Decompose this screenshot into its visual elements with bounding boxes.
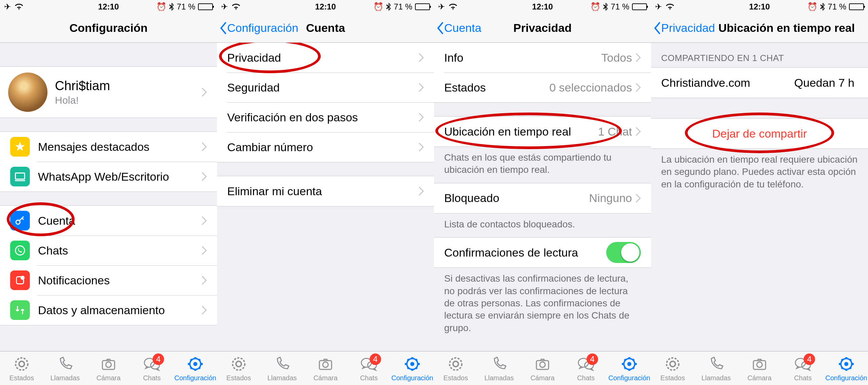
chevron-right-icon — [418, 83, 424, 92]
bluetooth-icon — [820, 3, 825, 11]
battery-percent: 71 % — [177, 2, 195, 12]
footer-blocked: Lista de contactos bloqueados. — [434, 214, 651, 237]
tab-configuracion[interactable]: Configuración — [608, 351, 651, 385]
screen-ubicacion-tiempo-real: ✈ 12:10 ⏰71 % Privacidad Ubicación en ti… — [651, 0, 868, 385]
content: COMPARTIENDO EN 1 CHAT Christiandve.com … — [651, 43, 868, 351]
row-two-step[interactable]: Verificación en dos pasos — [217, 102, 434, 132]
svg-point-2 — [16, 220, 20, 224]
row-account[interactable]: Cuenta — [0, 206, 217, 236]
row-label: Seguridad — [227, 81, 418, 94]
key-icon — [10, 211, 30, 230]
tab-configuracion[interactable]: Configuración — [391, 351, 434, 385]
tab-camara[interactable]: Cámara — [304, 351, 347, 385]
alarm-icon: ⏰ — [156, 2, 166, 12]
row-label: Bloqueado — [444, 191, 589, 205]
footer-live-location: Chats en los que estás compartiendo tu u… — [434, 147, 651, 183]
tab-chats[interactable]: 4Chats — [130, 351, 174, 385]
row-data-storage[interactable]: Datos y almacenamiento — [0, 295, 217, 325]
row-blocked[interactable]: Bloqueado Ninguno — [434, 183, 651, 213]
tab-configuracion[interactable]: Configuración — [825, 351, 868, 385]
chevron-right-icon — [418, 142, 424, 152]
tab-chats[interactable]: 4Chats — [347, 351, 391, 385]
chat-name: Christiandve.com — [661, 76, 794, 89]
row-read-receipts[interactable]: Confirmaciones de lectura — [434, 238, 651, 267]
row-value: 1 Chat — [598, 125, 632, 138]
battery-icon — [198, 3, 213, 10]
navbar: Privacidad Ubicación en tiempo real — [651, 14, 868, 43]
tab-llamadas[interactable]: Llamadas — [477, 351, 521, 385]
tab-chats[interactable]: 4Chats — [781, 351, 825, 385]
row-notifications[interactable]: Notificaciones — [0, 265, 217, 295]
content: Privacidad Seguridad Verificación en dos… — [217, 43, 434, 351]
row-label: Privacidad — [227, 51, 418, 64]
content: Chri$tiam Hola! Mensajes destacados What… — [0, 43, 217, 351]
toggle-read-receipts[interactable] — [606, 242, 641, 263]
tab-estados[interactable]: Estados — [651, 351, 694, 385]
svg-point-23 — [453, 361, 458, 367]
tab-estados[interactable]: Estados — [434, 351, 477, 385]
chevron-right-icon — [418, 53, 424, 62]
screen-privacidad: ✈ 12:10 ⏰71 % Cuenta Privacidad Info Tod… — [434, 0, 651, 385]
tab-camara[interactable]: Cámara — [521, 351, 564, 385]
chevron-right-icon — [201, 305, 207, 315]
stop-sharing-button[interactable]: Dejar de compartir — [651, 119, 868, 148]
status-bar: ✈ 12:10 ⏰71 % — [434, 0, 651, 14]
chevron-right-icon — [418, 113, 424, 122]
status-bar: ✈ 12:10 ⏰71 % — [651, 0, 868, 14]
row-sharing-chat[interactable]: Christiandve.com Quedan 7 h — [651, 68, 868, 98]
chevron-right-icon — [201, 87, 207, 97]
tab-llamadas[interactable]: Llamadas — [260, 351, 304, 385]
notification-icon — [10, 270, 30, 290]
row-label: Eliminar mi cuenta — [227, 185, 418, 198]
wifi-icon — [231, 3, 241, 10]
tab-estados[interactable]: Estados — [217, 351, 260, 385]
tabbar: Estados Llamadas Cámara 4Chats Configura… — [651, 351, 868, 385]
row-live-location[interactable]: Ubicación en tiempo real 1 Chat — [434, 117, 651, 146]
row-privacy[interactable]: Privacidad — [217, 43, 434, 73]
profile-row[interactable]: Chri$tiam Hola! — [0, 67, 217, 118]
alarm-icon: ⏰ — [373, 2, 383, 12]
row-change-number[interactable]: Cambiar número — [217, 132, 434, 162]
status-time: 12:10 — [749, 2, 770, 12]
badge: 4 — [587, 353, 598, 365]
page-title: Configuración — [70, 21, 147, 35]
svg-point-6 — [16, 358, 28, 370]
status-time: 12:10 — [532, 2, 553, 12]
tab-camara[interactable]: Cámara — [87, 351, 130, 385]
back-button[interactable]: Cuenta — [434, 21, 481, 35]
tab-configuracion[interactable]: Configuración — [174, 351, 217, 385]
battery-icon — [415, 3, 430, 10]
svg-point-15 — [236, 361, 241, 367]
tab-chats[interactable]: 4Chats — [564, 351, 608, 385]
tab-camara[interactable]: Cámara — [738, 351, 781, 385]
tab-llamadas[interactable]: Llamadas — [43, 351, 87, 385]
status-bar: ✈ 12:10 ⏰ 71 % — [0, 0, 217, 14]
row-label: Notificaciones — [38, 274, 201, 287]
back-button[interactable]: Privacidad — [651, 21, 715, 35]
row-delete-account[interactable]: Eliminar mi cuenta — [217, 176, 434, 206]
section-header: COMPARTIENDO EN 1 CHAT — [651, 43, 868, 67]
screen-cuenta: ✈ 12:10 ⏰71 % Configuración Cuenta Priva… — [217, 0, 434, 385]
airplane-icon: ✈ — [655, 2, 662, 12]
row-security[interactable]: Seguridad — [217, 73, 434, 102]
tab-estados[interactable]: Estados — [0, 351, 43, 385]
back-label: Cuenta — [444, 21, 481, 35]
svg-point-12 — [193, 362, 197, 366]
wifi-icon — [665, 3, 675, 10]
badge: 4 — [804, 353, 815, 365]
chevron-right-icon — [635, 194, 641, 203]
row-info[interactable]: Info Todos — [434, 43, 651, 73]
row-starred-messages[interactable]: Mensajes destacados — [0, 132, 217, 162]
svg-point-9 — [106, 362, 111, 367]
row-whatsapp-web[interactable]: WhatsApp Web/Escritorio — [0, 162, 217, 191]
battery-percent: 71 % — [394, 2, 412, 12]
chevron-right-icon — [635, 53, 641, 62]
svg-point-7 — [19, 361, 24, 367]
avatar — [8, 73, 47, 112]
row-estados[interactable]: Estados 0 seleccionados — [434, 73, 651, 102]
back-button[interactable]: Configuración — [217, 21, 298, 35]
row-chats[interactable]: Chats — [0, 236, 217, 265]
svg-point-3 — [16, 246, 25, 255]
tab-llamadas[interactable]: Llamadas — [694, 351, 738, 385]
svg-point-14 — [233, 358, 245, 370]
